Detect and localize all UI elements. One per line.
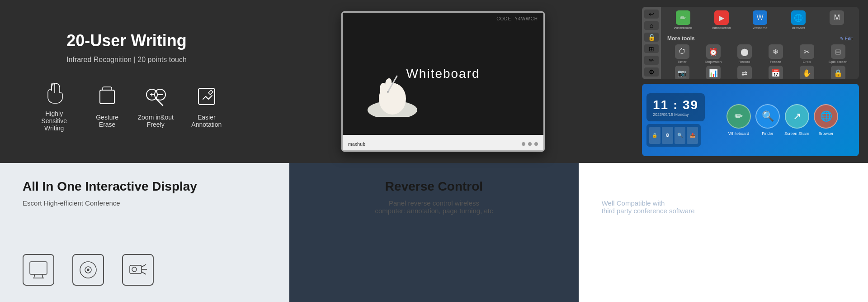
bottom-col-display: All In One Interactive Display Escort Hi… <box>0 163 289 302</box>
more-app-icon: M <box>830 10 844 25</box>
browser-circle-icon: 🌐 <box>814 104 838 129</box>
wb-control-dot-1 <box>522 142 525 146</box>
tool-fast-file: ⇄ Fast File Tran... <box>730 66 759 79</box>
whiteboard-screen: CODE: Y4WWCH Whiteboard <box>343 13 543 135</box>
touch-overlay-icon: ✋ <box>800 66 814 79</box>
svg-rect-19 <box>130 265 142 273</box>
more-tools-title: More tools <box>667 35 695 42</box>
display-camera-icon-item <box>72 254 104 286</box>
wb-control-dot-2 <box>528 142 532 146</box>
svg-rect-0 <box>100 90 114 104</box>
sidebar-settings-icon: ⚙ <box>644 67 659 77</box>
app-icons-row: ✏ Whiteboard 🔍 Finder ↗ Screen Share 🌐 B… <box>710 104 854 136</box>
tool-freeze: ❄ Freeze <box>761 44 790 64</box>
tool-split-screen: ⊟ Split screen <box>823 44 853 64</box>
stopwatch-icon: ⏰ <box>706 44 721 59</box>
browser-app-label: Browser <box>819 131 834 136</box>
tool-polikit: 📊 PoliKit <box>698 66 728 79</box>
crop-label: Crop <box>803 60 811 64</box>
timer-label: Timer <box>677 60 686 64</box>
feature-annotation-label: EasierAnnotation <box>191 114 222 128</box>
whiteboard-app-label: Whiteboard <box>728 131 749 136</box>
record-icon: ⬤ <box>737 44 752 59</box>
app-welcome: W Welcome <box>741 10 778 30</box>
tool-timer: ⏱ Timer <box>667 44 697 64</box>
feature-erase: GestureErase <box>94 84 120 128</box>
edit-button[interactable]: ✎ Edit <box>840 36 853 41</box>
tool-record: ⬤ Record <box>730 44 759 64</box>
feature-zoom: Zoom in&outFreely <box>138 84 174 128</box>
svg-line-13 <box>34 274 35 278</box>
sidebar-pen-icon: ✏ <box>644 56 659 65</box>
screen-lock-icon: 🔒 <box>831 66 845 79</box>
tool-crop: ✂ Crop <box>792 44 821 64</box>
wb-control-dot-3 <box>534 142 538 146</box>
bottom-col-video: Video Conference Well Compatible with th… <box>579 163 868 302</box>
app-browser-icon: 🌐 Browser <box>814 104 838 136</box>
svg-rect-7 <box>198 88 215 105</box>
center-panel: CODE: Y4WWCH Whiteboard <box>253 0 633 163</box>
subtitle: Infrared Recognition | 20 points touch <box>23 56 231 64</box>
polikit-icon: 📊 <box>706 66 721 79</box>
app-finder-icon: 🔍 Finder <box>755 104 780 136</box>
freeze-icon: ❄ <box>769 44 783 59</box>
projector-icon <box>122 254 154 286</box>
clock-widget: 11 : 39 2023/09/15 Monday <box>646 93 705 121</box>
more-tools-header: More tools ✎ Edit <box>667 35 853 42</box>
main-title: 20-User Writing <box>23 31 231 50</box>
features-row: HighlySensitive Writing GestureErase <box>23 80 231 132</box>
record-label: Record <box>739 60 750 64</box>
tool-camera: 📷 Camera <box>667 66 697 79</box>
feature-touch: HighlySensitive Writing <box>32 80 77 132</box>
whiteboard-bottom-bar: maxhub <box>343 135 543 152</box>
sidebar-home-icon: ⌂ <box>644 21 659 30</box>
svg-point-18 <box>87 269 89 271</box>
sidebar-screen-lock-icon: 🔒 <box>644 33 659 42</box>
top-section: 20-User Writing Infrared Recognition | 2… <box>0 0 868 163</box>
bottom-col-reverse: Reverse Control Panel reverse control wi… <box>289 163 578 302</box>
sidebar-back-icon: ↩ <box>644 10 659 19</box>
feature-erase-label: GestureErase <box>96 114 118 128</box>
fast-file-icon: ⇄ <box>737 66 752 79</box>
whiteboard-frame: CODE: Y4WWCH Whiteboard <box>341 11 545 152</box>
whiteboard-code: CODE: Y4WWCH <box>496 16 538 21</box>
split-screen-label: Split screen <box>829 60 848 64</box>
svg-point-11 <box>387 91 389 93</box>
app-whiteboard-icon: ✏ Whiteboard <box>726 104 751 136</box>
display-title: All In One Interactive Display <box>23 179 197 194</box>
svg-point-20 <box>132 267 137 272</box>
freeze-label: Freeze <box>770 60 781 64</box>
app-introduction: ▶ Introduction <box>703 10 740 30</box>
introduction-app-icon: ▶ <box>714 10 729 25</box>
split-screen-icon: ⊟ <box>831 44 845 59</box>
browser-app-icon: 🌐 <box>791 10 806 25</box>
tool-touch-overlay: ✋ TouchOverlay <box>792 66 821 79</box>
clock-apps-screenshot: 11 : 39 2023/09/15 Monday 🔒 ⚙ 🔍 📤 ✏ Whit… <box>642 84 859 156</box>
finder-circle-icon: 🔍 <box>755 104 780 129</box>
wb-brand: maxhub <box>348 142 365 147</box>
zoom-icon <box>143 84 168 109</box>
screenshare-app-label: Screen Share <box>784 131 809 136</box>
tool-stopwatch: ⏰ Stopwatch <box>698 44 728 64</box>
bottom-section: All In One Interactive Display Escort Hi… <box>0 163 868 302</box>
tool-calendar: 📅 Calendar <box>761 66 790 79</box>
stopwatch-label: Stopwatch <box>705 60 722 64</box>
app-more: M <box>819 10 855 30</box>
sidebar-grid-icon: ⊞ <box>644 44 659 53</box>
erase-icon <box>94 84 120 109</box>
wb-controls <box>522 142 538 146</box>
video-title: Video Conference <box>602 179 709 194</box>
feature-annotation: EasierAnnotation <box>191 84 222 128</box>
camera-icon: 📷 <box>675 66 689 79</box>
mini-icon-1: 🔒 <box>649 127 660 144</box>
svg-rect-12 <box>30 262 47 274</box>
tools-grid: ⏱ Timer ⏰ Stopwatch ⬤ Record ❄ <box>667 44 853 79</box>
screenshare-circle-icon: ↗ <box>785 104 809 129</box>
whiteboard-app-icon: ✏ <box>676 10 690 25</box>
feature-zoom-label: Zoom in&outFreely <box>138 114 174 128</box>
sidebar-icons: ↩ ⌂ 🔒 ⊞ ✏ ⚙ <box>642 7 661 79</box>
mini-icon-2: ⚙ <box>662 127 673 144</box>
crop-icon: ✂ <box>800 44 814 59</box>
display-monitor-icon-item <box>23 254 54 286</box>
clock-time: 11 : 39 <box>653 98 698 112</box>
